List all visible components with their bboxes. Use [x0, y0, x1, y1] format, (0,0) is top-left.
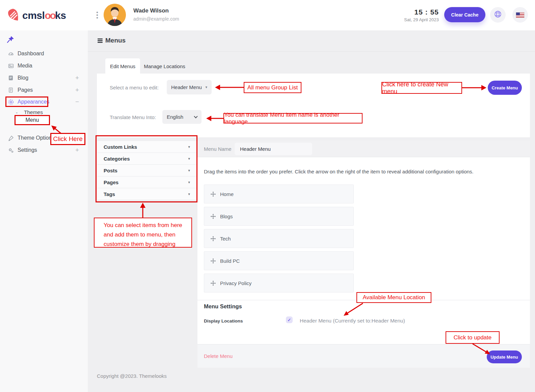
clock: 15 : 55 Sat, 29 April 2023 [378, 8, 439, 22]
vertical-dots-icon[interactable]: ••• [96, 11, 98, 19]
panel-footer: Delete Menu Update Menu [197, 344, 530, 368]
display-locations-label: Display Locations [204, 318, 243, 324]
brand-wordmark: cmslooks [22, 10, 66, 21]
menu-selector-panel [97, 74, 530, 137]
collapse-minus-icon[interactable]: − [75, 98, 79, 106]
sidebar-subitem-menu[interactable]: Menu [25, 117, 39, 123]
document-icon [8, 87, 14, 93]
sidebar-item-label: Settings [18, 147, 37, 153]
menu-name-label: Menu Name [204, 146, 232, 152]
menu-item-home[interactable]: Home [204, 185, 354, 203]
expand-plus-icon[interactable]: + [75, 86, 79, 94]
menu-name-input[interactable] [235, 143, 312, 155]
copyright-text: Copyright @2023. Themelooks [97, 373, 167, 379]
paintbrush-icon [8, 135, 14, 141]
annotation-select-items-note: You can select items from here and add t… [94, 218, 192, 248]
update-menu-button[interactable]: Update Menu [487, 351, 522, 363]
menus-admin-page: cmslooks ••• Wade Wilson admin@example.c… [0, 0, 535, 392]
create-menu-button[interactable]: Create Menu [488, 81, 522, 95]
menu-settings-title: Menu Settings [204, 303, 242, 310]
location-text: Header Menu (Currently set to:Header Men… [300, 318, 405, 324]
annotation-location: Available Menu Location [356, 292, 431, 303]
globe-icon [494, 10, 502, 20]
translate-select-value: English [167, 114, 183, 120]
blog-icon [8, 75, 14, 81]
clear-cache-button[interactable]: Clear Cache [444, 7, 485, 22]
language-globe-button[interactable] [490, 7, 506, 23]
us-flag-icon [516, 12, 525, 18]
move-arrows-icon[interactable] [210, 258, 216, 264]
sidebar-item-label: Pages [18, 87, 33, 93]
menu-item-tech[interactable]: Tech [204, 229, 354, 248]
annotation-update: Click to update [446, 331, 500, 344]
move-arrows-icon[interactable] [210, 280, 216, 286]
sidebar-item-label: Media [18, 63, 32, 69]
annotation-translate: You can translate Menu item name is anot… [223, 113, 363, 123]
brand-logo[interactable]: cmslooks [7, 8, 66, 23]
gears-icon [8, 147, 14, 153]
sidebar-item-label: Dashboard [18, 51, 44, 57]
tab-manage-locations[interactable]: Manage Locations [140, 58, 189, 74]
sidebar-subitem-themes[interactable]: Themes [24, 109, 43, 115]
move-arrows-icon[interactable] [210, 214, 216, 219]
current-time: 15 : 55 [378, 8, 439, 16]
expand-plus-icon[interactable]: + [75, 74, 79, 82]
locale-flag-button[interactable] [512, 7, 528, 23]
check-icon: ✓ [288, 317, 291, 323]
pin-icon[interactable] [7, 36, 14, 45]
expand-plus-icon[interactable]: + [75, 146, 79, 154]
translate-menu-label: Translate Menu Into: [110, 114, 156, 120]
sidebar-nav: Dashboard Media Blog + [0, 30, 88, 392]
move-arrows-icon[interactable] [210, 236, 216, 242]
page-title: Menus [105, 37, 126, 44]
user-avatar[interactable] [104, 4, 126, 26]
sidebar-item-dashboard[interactable]: Dashboard [0, 49, 88, 58]
annotation-outline-menu[interactable]: Menu [15, 115, 50, 125]
sidebar-item-settings[interactable]: Settings + [0, 145, 88, 155]
drag-hint-text: Drag the items into the order you prefer… [204, 169, 474, 174]
menu-item-build-pc[interactable]: Build PC [204, 251, 354, 270]
annotation-outline-accordion [96, 135, 197, 202]
sidebar-item-pages[interactable]: Pages + [0, 85, 88, 95]
select-menu-label: Select a menu to edit: [110, 85, 159, 90]
user-name: Wade Wilson [133, 7, 169, 14]
translate-select-dropdown[interactable]: English [162, 110, 202, 124]
sidebar-item-media[interactable]: Media [0, 61, 88, 71]
current-date: Sat, 29 April 2023 [378, 17, 439, 22]
sidebar-item-label: Blog [18, 75, 28, 81]
menu-item-blogs[interactable]: Blogs [204, 207, 354, 226]
chevron-down-icon [194, 114, 197, 118]
caret-down-icon: ▾ [205, 85, 207, 89]
menu-select-value: Header Menu [171, 84, 202, 90]
delete-menu-link[interactable]: Delete Menu [204, 353, 233, 359]
gauge-icon [8, 51, 14, 57]
annotation-create-menu: Click here to create New menu [381, 82, 462, 94]
user-email: admin@example.com [133, 16, 179, 22]
annotation-menu-group: All menu Group List [244, 82, 301, 93]
sidebar-item-blog[interactable]: Blog + [0, 73, 88, 83]
move-arrows-icon[interactable] [210, 191, 216, 197]
page-title-bar: Menus [88, 30, 535, 52]
menu-select-dropdown[interactable]: Header Menu ▾ [167, 80, 212, 94]
leaf-logo-icon [7, 8, 20, 23]
annotation-click-here: Click Here [50, 133, 85, 145]
sidebar-item-label: Theme Options [18, 135, 54, 141]
location-checkbox[interactable]: ✓ [286, 316, 293, 323]
hamburger-icon[interactable] [98, 38, 103, 44]
menu-item-privacy-policy[interactable]: Privacy Policy [204, 274, 354, 292]
annotation-outline-appearances [5, 96, 48, 107]
media-icon [8, 63, 14, 69]
top-header-bar: cmslooks ••• Wade Wilson admin@example.c… [0, 0, 535, 30]
tab-edit-menus[interactable]: Edit Menus [105, 58, 140, 74]
